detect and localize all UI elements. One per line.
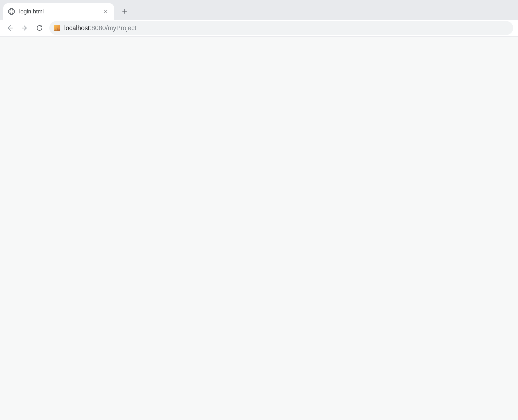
- close-icon[interactable]: [103, 8, 109, 15]
- reload-button[interactable]: [33, 21, 46, 35]
- tab-strip: login.html: [0, 0, 518, 20]
- browser-toolbar: localhost:8080/myProject: [0, 20, 518, 37]
- url-rest: :8080/myProject: [90, 24, 136, 32]
- page-viewport: [0, 37, 518, 420]
- new-tab-button[interactable]: [118, 5, 131, 18]
- site-broken-image-icon: [54, 25, 60, 31]
- tab-title: login.html: [19, 8, 103, 15]
- forward-button[interactable]: [18, 21, 32, 35]
- globe-icon: [8, 8, 15, 15]
- back-button[interactable]: [3, 21, 17, 35]
- page-body-empty: [0, 37, 518, 420]
- address-bar[interactable]: localhost:8080/myProject: [49, 21, 513, 35]
- browser-tab[interactable]: login.html: [3, 3, 114, 20]
- url-host: localhost: [64, 24, 90, 32]
- url-text: localhost:8080/myProject: [64, 24, 136, 32]
